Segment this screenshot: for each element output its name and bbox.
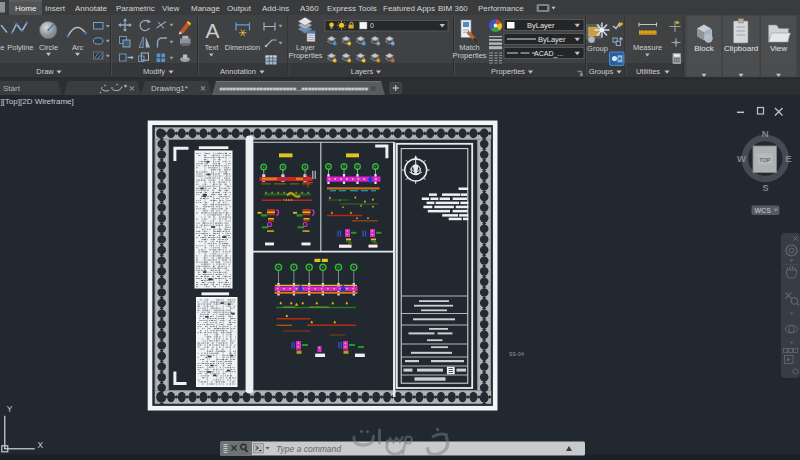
svg-text:Annotate: Annotate xyxy=(75,4,108,13)
svg-text:Properties: Properties xyxy=(491,67,525,76)
svg-text:Type a command: Type a command xyxy=(276,444,341,454)
svg-text:Measure: Measure xyxy=(633,43,662,52)
svg-text:View: View xyxy=(770,44,787,53)
svg-text:#######################...####: #######################...##############… xyxy=(220,86,369,92)
svg-text:View: View xyxy=(162,4,179,13)
svg-text:Properties: Properties xyxy=(452,51,486,60)
svg-text:Block: Block xyxy=(694,44,715,53)
svg-text:Express Tools: Express Tools xyxy=(327,4,377,13)
svg-text:TOP: TOP xyxy=(759,157,771,163)
svg-text:Group: Group xyxy=(587,44,608,53)
svg-text:ByLayer: ByLayer xyxy=(538,35,566,44)
svg-text:[-][Top][2D Wireframe]: [-][Top][2D Wireframe] xyxy=(0,97,74,106)
svg-text:Draw: Draw xyxy=(36,67,54,76)
svg-text:Annotation: Annotation xyxy=(220,67,256,76)
svg-text:N: N xyxy=(762,128,769,139)
svg-text:Start: Start xyxy=(3,84,21,93)
svg-text:X: X xyxy=(38,440,44,450)
svg-text:Y: Y xyxy=(7,404,13,414)
svg-text:Output: Output xyxy=(227,4,252,13)
svg-text:Layers: Layers xyxy=(351,67,374,76)
svg-text:Modify: Modify xyxy=(143,67,165,76)
svg-text:Circle: Circle xyxy=(39,43,58,52)
svg-text:Text: Text xyxy=(205,43,220,52)
svg-text:W: W xyxy=(737,153,746,164)
svg-text:A360: A360 xyxy=(300,4,319,13)
svg-text:Manage: Manage xyxy=(191,4,220,13)
svg-text:Groups: Groups xyxy=(589,67,614,76)
svg-text:Insert: Insert xyxy=(45,4,66,13)
svg-text:SS-04: SS-04 xyxy=(509,351,524,357)
svg-text:WCS: WCS xyxy=(755,207,772,214)
svg-text:A: A xyxy=(205,19,219,42)
svg-text:Drawing1*: Drawing1* xyxy=(151,84,188,93)
svg-text:BIM 360: BIM 360 xyxy=(438,4,468,13)
svg-text:Properties: Properties xyxy=(288,51,322,60)
svg-text:E: E xyxy=(785,153,791,164)
svg-text:Arc: Arc xyxy=(72,43,84,52)
svg-text:e: e xyxy=(0,43,4,52)
svg-text:ACAD_...: ACAD_... xyxy=(534,50,563,58)
svg-text:Home: Home xyxy=(15,4,37,13)
svg-text:0: 0 xyxy=(370,22,374,29)
svg-text:Utilities: Utilities xyxy=(636,67,660,76)
svg-text:S: S xyxy=(762,182,768,193)
svg-text:Featured Apps: Featured Apps xyxy=(383,4,435,13)
svg-text:Performance: Performance xyxy=(478,4,524,13)
svg-text:Parametric: Parametric xyxy=(116,4,155,13)
svg-text:Add-ins: Add-ins xyxy=(262,4,289,13)
svg-text:Polyline: Polyline xyxy=(7,43,33,52)
svg-text:Clipboard: Clipboard xyxy=(724,44,758,53)
svg-text:Dimension: Dimension xyxy=(225,43,260,52)
svg-text:ByLayer: ByLayer xyxy=(527,21,555,30)
